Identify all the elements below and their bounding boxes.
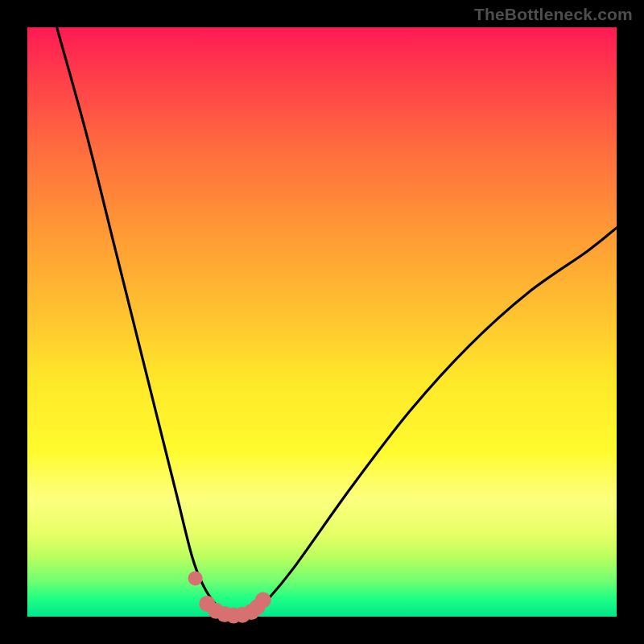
watermark-text: TheBottleneck.com — [474, 5, 633, 24]
sweet-spot-marker — [188, 571, 203, 585]
chart-svg — [0, 0, 644, 644]
marker-group — [188, 571, 271, 623]
chart-stage: TheBottleneck.com — [0, 0, 644, 644]
bottleneck-curve — [57, 27, 617, 617]
sweet-spot-marker — [255, 592, 271, 609]
